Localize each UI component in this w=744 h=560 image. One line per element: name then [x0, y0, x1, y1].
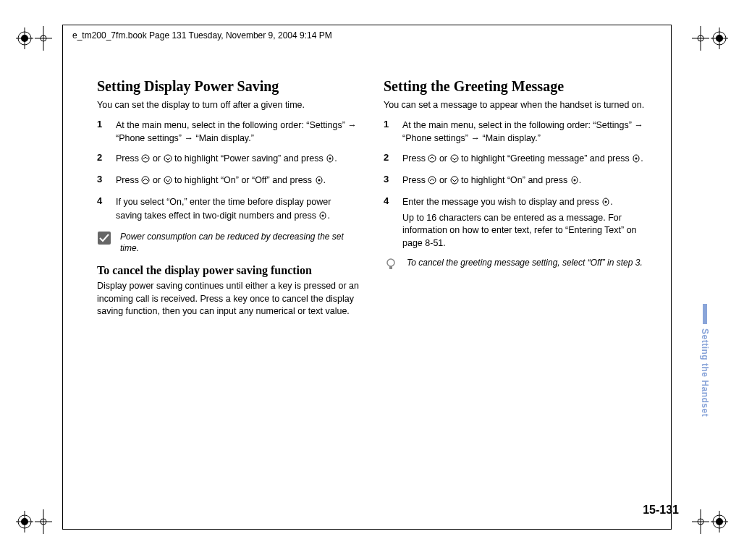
crop-mark-tl [16, 20, 52, 56]
svg-point-35 [318, 179, 320, 182]
step-4-left: 4 If you select “On,” enter the time bef… [97, 195, 359, 223]
running-header: e_tm200_7fm.book Page 131 Tuesday, Novem… [72, 30, 332, 41]
svg-point-49 [387, 259, 394, 266]
side-tab-label: Setting the Handset [700, 328, 710, 417]
crop-mark-br [692, 504, 728, 540]
section-title-right: Setting the Greeting Message [384, 78, 646, 95]
note-right: To cancel the greeting message setting, … [384, 257, 646, 271]
svg-point-37 [322, 214, 324, 216]
note-text: Power consumption can be reduced by decr… [120, 231, 359, 254]
subsection-para-left: Display power saving continues until eit… [97, 280, 359, 318]
center-key-icon [326, 153, 334, 166]
step-2-right: 2 Press or to highlight “Greeting messag… [384, 152, 646, 166]
step-1-right: 1 At the main menu, select in the follow… [384, 119, 646, 145]
center-key-icon [632, 153, 641, 166]
step-3-right: 3 Press or to highlight “On” and press . [384, 174, 646, 188]
svg-point-39 [428, 155, 436, 162]
up-key-icon [428, 153, 436, 166]
svg-point-32 [142, 177, 149, 184]
section-title-left: Setting Display Power Saving [97, 78, 359, 95]
step-body: Press or to highlight “Power saving” and… [116, 152, 337, 166]
crop-mark-tr [692, 20, 728, 56]
svg-point-29 [164, 155, 172, 162]
down-key-icon [450, 175, 459, 188]
step-body: If you select “On,” enter the time befor… [116, 195, 359, 223]
step-number: 1 [97, 119, 107, 145]
up-key-icon [141, 175, 150, 188]
side-tab-marker [703, 304, 707, 324]
intro-right: You can set a message to appear when the… [384, 99, 646, 111]
step-body: Press or to highlight “On” or “Off” and … [116, 174, 326, 188]
step-4-right: 4 Enter the message you wish to display … [384, 195, 646, 250]
page-number: 15-131 [643, 504, 679, 517]
tip-bulb-icon [384, 257, 398, 271]
center-key-icon [601, 197, 610, 210]
svg-point-42 [635, 158, 638, 160]
svg-rect-50 [389, 266, 392, 269]
step-body: Enter the message you wish to display an… [402, 195, 646, 250]
step-body: At the main menu, select in the followin… [116, 119, 359, 145]
step-number: 3 [384, 174, 394, 188]
step-body: Press or to highlight “Greeting message”… [402, 152, 643, 166]
note-text: To cancel the greeting message setting, … [407, 257, 643, 268]
step-2-left: 2 Press or to highlight “Power saving” a… [97, 152, 359, 166]
svg-rect-38 [98, 232, 111, 245]
svg-point-31 [329, 158, 331, 160]
step-number: 4 [97, 195, 107, 223]
step-number: 4 [384, 195, 394, 250]
step-1-left: 1 At the main menu, select in the follow… [97, 119, 359, 145]
subsection-title-left: To cancel the display power saving funct… [97, 264, 359, 277]
crop-mark-bl [16, 504, 52, 540]
down-key-icon [164, 153, 172, 166]
right-column: Setting the Greeting Message You can set… [384, 78, 646, 318]
step-body: Press or to highlight “On” and press . [402, 174, 581, 188]
step-number: 2 [97, 152, 107, 166]
step-3-left: 3 Press or to highlight “On” or “Off” an… [97, 174, 359, 188]
step-body: At the main menu, select in the followin… [402, 119, 646, 145]
intro-left: You can set the display to turn off afte… [97, 99, 359, 111]
left-column: Setting Display Power Saving You can set… [97, 78, 359, 318]
side-tab: Setting the Handset [699, 304, 711, 463]
check-note-icon [97, 231, 111, 245]
svg-point-33 [164, 177, 172, 184]
up-key-icon [141, 153, 150, 166]
down-key-icon [164, 175, 172, 188]
step-number: 1 [384, 119, 394, 145]
svg-point-44 [451, 177, 458, 184]
svg-point-28 [142, 155, 149, 162]
up-key-icon [428, 175, 436, 188]
step-number: 2 [384, 152, 394, 166]
svg-point-48 [605, 201, 607, 203]
note-left: Power consumption can be reduced by decr… [97, 231, 359, 254]
center-key-icon [318, 211, 327, 224]
svg-point-46 [573, 179, 575, 182]
center-key-icon [570, 175, 579, 188]
svg-point-40 [451, 155, 458, 162]
down-key-icon [450, 153, 459, 166]
step-number: 3 [97, 174, 107, 188]
step-extra: Up to 16 characters can be entered as a … [402, 212, 646, 250]
page-content: Setting Display Power Saving You can set… [97, 78, 647, 318]
center-key-icon [315, 175, 324, 188]
svg-point-43 [428, 177, 436, 184]
